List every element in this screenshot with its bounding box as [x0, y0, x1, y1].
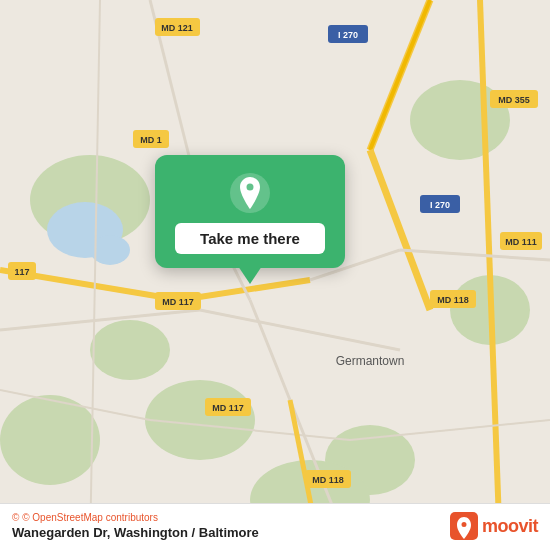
svg-text:MD 117: MD 117: [162, 297, 194, 307]
svg-text:MD 118: MD 118: [437, 295, 469, 305]
attribution-label: © OpenStreetMap contributors: [22, 512, 158, 523]
bottom-bar: © © OpenStreetMap contributors Wanegarde…: [0, 503, 550, 550]
svg-point-4: [145, 380, 255, 460]
svg-text:117: 117: [14, 267, 29, 277]
bottom-left: © © OpenStreetMap contributors Wanegarde…: [12, 512, 259, 540]
location-title: Wanegarden Dr, Washington / Baltimore: [12, 525, 259, 540]
svg-text:MD 117: MD 117: [212, 403, 244, 413]
svg-text:MD 111: MD 111: [505, 237, 537, 247]
svg-text:MD 1: MD 1: [140, 135, 162, 145]
svg-text:I 270: I 270: [430, 200, 450, 210]
svg-text:MD 355: MD 355: [498, 95, 530, 105]
attribution-symbol: ©: [12, 512, 19, 523]
popup-card: Take me there: [155, 155, 345, 268]
attribution-text: © © OpenStreetMap contributors: [12, 512, 259, 523]
moovit-logo: moovit: [450, 512, 538, 540]
svg-text:I 270: I 270: [338, 30, 358, 40]
svg-text:MD 121: MD 121: [161, 23, 193, 33]
moovit-label: moovit: [482, 516, 538, 537]
svg-text:MD 118: MD 118: [312, 475, 344, 485]
svg-point-6: [90, 320, 170, 380]
take-me-there-button[interactable]: Take me there: [175, 223, 325, 254]
map-container: MD 121 I 270 MD 355 MD 1 117 I 270 MD 11…: [0, 0, 550, 550]
moovit-icon: [450, 512, 478, 540]
svg-point-7: [0, 395, 100, 485]
svg-text:Germantown: Germantown: [336, 354, 405, 368]
location-pin-icon: [228, 171, 272, 215]
